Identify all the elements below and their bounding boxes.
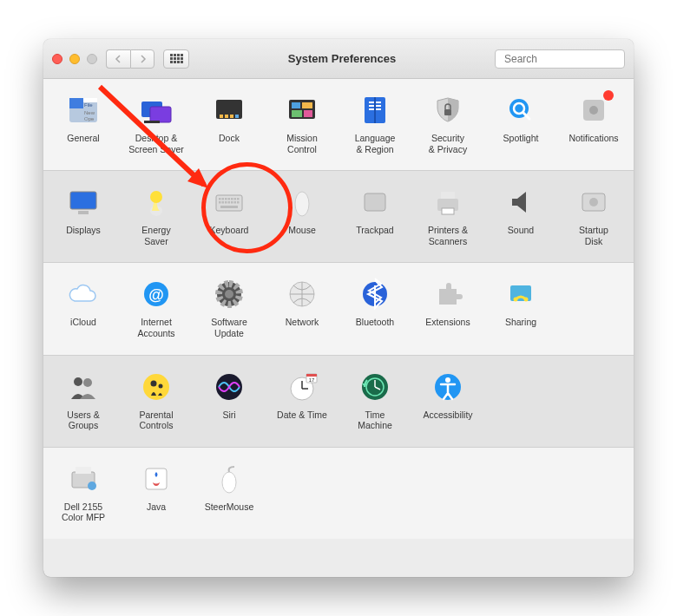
- svg-rect-42: [234, 198, 237, 200]
- startup-icon: [576, 185, 611, 220]
- chevron-right-icon: [139, 55, 147, 63]
- pref-trackpad[interactable]: Trackpad: [338, 178, 411, 253]
- pref-security[interactable]: Security & Privacy: [411, 86, 484, 161]
- pref-sharing[interactable]: Sharing: [484, 270, 557, 345]
- pref-label: Users & Groups: [67, 410, 99, 431]
- svg-rect-3: [69, 98, 83, 108]
- pref-siri[interactable]: Siri: [193, 363, 266, 438]
- icloud-icon: [66, 277, 101, 311]
- sharing-icon: [503, 277, 538, 311]
- pref-label: Mission Control: [286, 133, 318, 154]
- pref-extensions[interactable]: Extensions: [411, 270, 484, 345]
- prefs-row: Dell 2155 Color MFPJavaSteerMouse: [43, 447, 634, 539]
- pref-sound[interactable]: Sound: [484, 178, 557, 253]
- svg-rect-12: [220, 115, 223, 118]
- pref-startup[interactable]: Startup Disk: [557, 178, 630, 253]
- pref-label: Displays: [66, 225, 101, 236]
- pref-keyboard[interactable]: Keyboard: [193, 178, 266, 253]
- pref-desktop[interactable]: Desktop & Screen Saver: [120, 86, 193, 161]
- trackpad-icon: [358, 185, 392, 220]
- pref-displays[interactable]: Displays: [47, 178, 120, 253]
- pref-dell[interactable]: Dell 2155 Color MFP: [47, 455, 120, 530]
- svg-rect-33: [78, 211, 89, 214]
- displays-icon: [66, 185, 101, 220]
- svg-rect-10: [144, 121, 160, 123]
- parental-icon: [139, 370, 174, 404]
- pref-label: Extensions: [425, 317, 470, 328]
- zoom-icon[interactable]: [87, 54, 97, 64]
- close-icon[interactable]: [52, 54, 62, 64]
- pref-label: Keyboard: [210, 225, 249, 236]
- pref-software[interactable]: Software Update: [193, 270, 266, 345]
- pref-parental[interactable]: Parental Controls: [120, 363, 193, 438]
- pref-label: Dell 2155 Color MFP: [62, 501, 105, 523]
- svg-rect-20: [304, 110, 312, 117]
- pref-spotlight[interactable]: Spotlight: [484, 86, 557, 161]
- pref-language[interactable]: Language & Region: [338, 86, 411, 161]
- prefs-content: FileNewOpeGeneralDesktop & Screen SaverD…: [43, 79, 634, 577]
- accessibility-icon: [431, 370, 465, 404]
- pref-general[interactable]: FileNewOpeGeneral: [47, 86, 120, 161]
- energy-icon: [139, 185, 174, 220]
- pref-internet[interactable]: @Internet Accounts: [120, 270, 193, 345]
- pref-label: General: [67, 133, 99, 144]
- mouse-icon: [285, 185, 319, 220]
- pref-label: Language & Region: [355, 133, 396, 154]
- svg-rect-45: [222, 201, 225, 204]
- svg-point-69: [83, 378, 92, 387]
- pref-label: Desktop & Screen Saver: [128, 133, 184, 154]
- pref-datetime[interactable]: 17Date & Time: [266, 363, 338, 438]
- svg-point-67: [524, 298, 529, 302]
- pref-timemachine[interactable]: Time Machine: [338, 363, 411, 438]
- svg-text:@: @: [148, 286, 164, 304]
- pref-java[interactable]: Java: [120, 455, 193, 530]
- pref-accessibility[interactable]: Accessibility: [411, 363, 484, 438]
- svg-point-30: [589, 106, 598, 115]
- window-controls: [52, 54, 97, 64]
- search-input[interactable]: [504, 53, 634, 65]
- svg-point-66: [514, 298, 518, 302]
- pref-label: Notifications: [569, 133, 618, 144]
- pref-network[interactable]: Network: [266, 270, 338, 345]
- svg-rect-78: [306, 374, 317, 377]
- pref-mouse[interactable]: Mouse: [266, 178, 338, 253]
- prefs-row: DisplaysEnergy SaverKeyboardMouseTrackpa…: [43, 170, 634, 262]
- pref-label: Spotlight: [503, 133, 539, 144]
- svg-rect-40: [228, 198, 231, 200]
- pref-label: SteerMouse: [205, 501, 254, 513]
- show-all-button[interactable]: [163, 49, 189, 69]
- pref-label: Dock: [219, 133, 240, 144]
- pref-printers[interactable]: Printers & Scanners: [411, 178, 484, 253]
- prefs-row: iCloud@Internet AccountsSoftware UpdateN…: [43, 262, 634, 354]
- bluetooth-icon: [358, 277, 392, 311]
- window-title: System Preferences: [198, 52, 486, 65]
- pref-bluetooth[interactable]: Bluetooth: [338, 270, 411, 345]
- notifications-icon: [576, 93, 611, 128]
- pref-icloud[interactable]: iCloud: [47, 270, 120, 345]
- chevron-left-icon: [115, 55, 122, 63]
- minimize-icon[interactable]: [69, 54, 80, 64]
- pref-steermouse[interactable]: SteerMouse: [193, 455, 266, 530]
- search-field[interactable]: [495, 49, 625, 69]
- svg-rect-9: [150, 107, 171, 122]
- spotlight-icon: [503, 93, 538, 128]
- pref-label: Startup Disk: [579, 225, 608, 246]
- pref-label: Accessibility: [423, 410, 472, 421]
- svg-text:Ope: Ope: [84, 116, 95, 121]
- svg-rect-48: [231, 201, 233, 204]
- svg-rect-46: [225, 201, 227, 204]
- pref-label: Bluetooth: [356, 317, 394, 328]
- back-button[interactable]: [106, 49, 130, 69]
- svg-rect-49: [234, 201, 237, 204]
- forward-button[interactable]: [130, 49, 154, 69]
- pref-energy[interactable]: Energy Saver: [120, 178, 193, 253]
- prefs-row: Users & GroupsParental ControlsSiri17Dat…: [43, 355, 634, 447]
- svg-rect-53: [365, 193, 385, 211]
- pref-notifications[interactable]: Notifications: [557, 86, 630, 161]
- pref-label: Time Machine: [358, 410, 392, 431]
- datetime-icon: 17: [285, 370, 319, 404]
- svg-rect-15: [235, 115, 239, 118]
- pref-mission[interactable]: Mission Control: [266, 86, 338, 161]
- pref-dock[interactable]: Dock: [193, 86, 266, 161]
- pref-users[interactable]: Users & Groups: [47, 363, 120, 438]
